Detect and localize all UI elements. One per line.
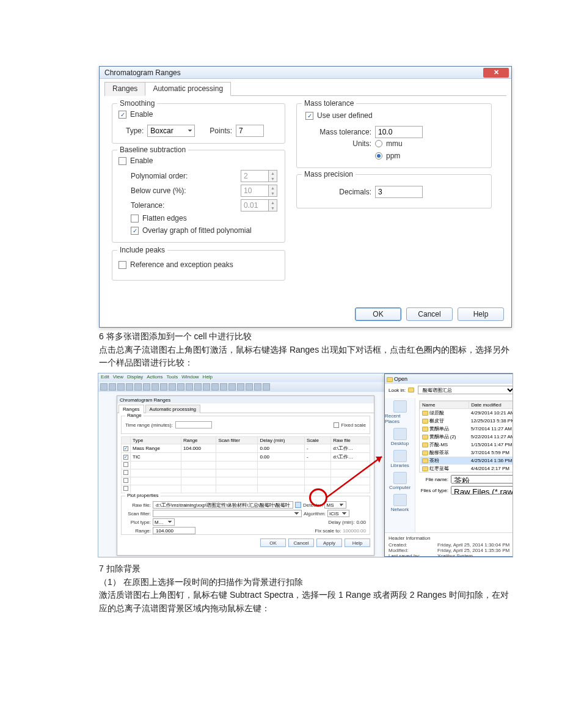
help-button[interactable]: Help (345, 539, 370, 547)
places-libraries[interactable]: Libraries (385, 450, 415, 468)
apply-button[interactable]: Apply (316, 539, 342, 547)
algorithm-select[interactable]: ICIS (327, 510, 349, 517)
toolbar-icon[interactable] (109, 383, 116, 391)
toolbar-icon[interactable] (211, 383, 219, 391)
places-computer[interactable]: Computer (385, 472, 415, 490)
col-scale[interactable]: Scale (305, 437, 331, 444)
places-network[interactable]: Network (385, 494, 415, 512)
toolbar-icon[interactable] (186, 383, 193, 391)
toolbar-icon[interactable] (254, 383, 261, 391)
spin-down-icon[interactable]: ▼ (269, 205, 277, 211)
cancel-button[interactable]: Cancel (288, 539, 314, 547)
smoothing-type-select[interactable]: Boxcar (147, 125, 195, 137)
plottype-select[interactable]: M… (153, 518, 175, 526)
smoothing-points-input[interactable] (236, 125, 264, 137)
use-user-defined-checkbox[interactable]: ✓ (305, 112, 313, 120)
places-recent[interactable]: Recent Places (385, 400, 415, 424)
spin-down-icon[interactable]: ▼ (269, 191, 277, 196)
polynomial-order-input[interactable] (241, 170, 269, 182)
toolbar-icon[interactable] (134, 383, 142, 391)
detector-select[interactable]: MS (324, 501, 346, 509)
menu-item[interactable]: Actions (147, 374, 162, 381)
toolbar-icon[interactable] (194, 383, 202, 391)
help-button[interactable]: Help (458, 307, 504, 321)
col-range[interactable]: Range (181, 437, 216, 444)
tab-automatic-processing[interactable]: Automatic processing (145, 405, 200, 413)
list-item[interactable]: 绿原酸4/29/2014 10:21 AMXcalibur R (420, 409, 514, 417)
list-item[interactable]: 芥酸-MS1/15/2014 1:47 PMXcalibur R (420, 441, 514, 449)
decimals-input[interactable] (375, 186, 423, 198)
filename-select[interactable]: 茶粉 (451, 475, 513, 483)
toolbar-icon[interactable] (228, 383, 236, 391)
toolbar-icon[interactable] (117, 383, 125, 391)
tab-automatic-processing[interactable]: Automatic processing (145, 82, 231, 96)
toolbar-icon[interactable] (237, 383, 244, 391)
cancel-button[interactable]: Cancel (406, 307, 453, 321)
overlay-graph-checkbox[interactable]: ✓ (131, 227, 139, 235)
rawfile-input[interactable] (153, 501, 293, 509)
tolerance-input[interactable] (241, 199, 269, 211)
menu-item[interactable]: Tools (166, 374, 178, 381)
list-item[interactable]: 黄酮单品 (2)5/22/2014 11:27 AMXcalibur R (420, 433, 514, 441)
table-row[interactable]: ✓Mass Range104.0000.00-d:\工作… (122, 444, 370, 453)
tab-ranges[interactable]: Ranges (119, 405, 144, 413)
toolbar-icon[interactable] (203, 383, 210, 391)
ppm-radio[interactable] (375, 152, 382, 160)
lookin-select[interactable]: 酸莓谱图汇总 (418, 386, 513, 394)
file-list[interactable]: NameDate modifiedType 绿原酸4/29/2014 10:21… (419, 400, 513, 472)
menu-item[interactable]: Edit (101, 374, 109, 381)
baseline-enable-checkbox[interactable] (119, 157, 126, 165)
below-curve-input[interactable] (241, 185, 269, 197)
row-checkbox[interactable] (123, 470, 128, 475)
row-checkbox[interactable] (123, 462, 128, 467)
col-rawfile[interactable]: Raw file (331, 437, 370, 444)
toolbar-icon[interactable] (263, 383, 270, 391)
col-scanfilter[interactable]: Scan filter (216, 437, 258, 444)
places-desktop[interactable]: Desktop (385, 428, 415, 446)
tolerance-spinner[interactable]: ▲▼ (241, 199, 277, 211)
ok-button[interactable]: OK (355, 307, 401, 321)
fixed-scale-checkbox[interactable] (334, 422, 339, 428)
col-type[interactable]: Type (131, 437, 181, 444)
ok-button[interactable]: OK (260, 539, 286, 547)
toolbar-icon[interactable] (220, 383, 227, 391)
row-checkbox[interactable] (123, 486, 128, 491)
browse-file-icon[interactable] (295, 502, 301, 508)
spin-up-icon[interactable]: ▲ (269, 200, 277, 205)
list-item[interactable]: 茶粉4/25/2014 1:36 PMXcalibur R (420, 457, 514, 465)
list-item[interactable]: 黄酮单品5/7/2014 11:27 AMXcalibur R (420, 425, 514, 433)
below-curve-spinner[interactable]: ▲▼ (241, 185, 277, 197)
list-item[interactable]: 酸柳茶萃3/7/2014 5:59 PMXcalibur R (420, 449, 514, 457)
menu-item[interactable]: Window (181, 374, 199, 381)
toolbar-icon[interactable] (100, 383, 108, 391)
menu-item[interactable]: Display (127, 374, 143, 381)
col-delay[interactable]: Delay (min) (258, 437, 305, 444)
smoothing-enable-checkbox[interactable]: ✓ (119, 111, 126, 119)
mmu-radio[interactable] (375, 140, 382, 147)
col-name[interactable]: Name (420, 402, 469, 409)
spin-up-icon[interactable]: ▲ (269, 185, 277, 191)
toolbar-icon[interactable] (143, 383, 150, 391)
row-checkbox[interactable] (123, 478, 128, 483)
toolbar-icon[interactable] (177, 383, 184, 391)
row-checkbox[interactable]: ✓ (123, 446, 128, 451)
time-range-input[interactable] (175, 421, 212, 428)
close-icon[interactable]: ✕ (483, 68, 509, 78)
toolbar-icon[interactable] (126, 383, 133, 391)
mass-tolerance-input[interactable] (375, 126, 423, 138)
tab-ranges[interactable]: Ranges (104, 82, 145, 96)
flatten-edges-checkbox[interactable] (131, 215, 139, 222)
toolbar-icon[interactable] (160, 383, 167, 391)
list-item[interactable]: 槲皮苷12/25/2013 5:38 PMXcalibur R (420, 417, 514, 425)
spin-up-icon[interactable]: ▲ (269, 171, 277, 176)
row-checkbox[interactable]: ✓ (123, 455, 128, 460)
list-item[interactable]: 红枣蓝莓4/4/2014 2:17 PMXcalibur R (420, 465, 514, 472)
spin-down-icon[interactable]: ▼ (269, 176, 277, 182)
filetype-select[interactable]: Raw Files (*.raw) (451, 486, 513, 495)
scanfilter-select[interactable] (153, 510, 302, 517)
menu-item[interactable]: Help (203, 374, 213, 381)
range-input[interactable] (153, 527, 195, 534)
toolbar-icon[interactable] (169, 383, 176, 391)
menu-item[interactable]: View (113, 374, 123, 381)
reference-exception-checkbox[interactable] (119, 261, 126, 269)
